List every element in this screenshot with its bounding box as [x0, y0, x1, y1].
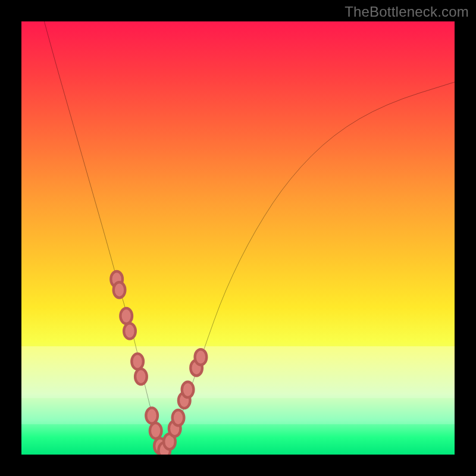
- highlight-dot: [182, 382, 194, 397]
- highlight-dot: [135, 369, 147, 384]
- plot-area: [21, 21, 455, 455]
- highlight-dot: [195, 349, 207, 365]
- highlight-dot: [131, 353, 143, 369]
- curve-path: [43, 21, 455, 450]
- highlight-dot: [146, 408, 158, 423]
- watermark-text: TheBottleneck.com: [345, 4, 469, 20]
- highlight-dots: [111, 271, 206, 455]
- chart-frame: TheBottleneck.com: [0, 0, 476, 476]
- highlight-dot: [150, 423, 162, 439]
- highlight-dot: [173, 410, 184, 425]
- highlight-dot: [114, 282, 126, 298]
- highlight-dot: [124, 323, 136, 339]
- highlight-dot: [120, 308, 132, 324]
- bottleneck-curve: [21, 21, 455, 455]
